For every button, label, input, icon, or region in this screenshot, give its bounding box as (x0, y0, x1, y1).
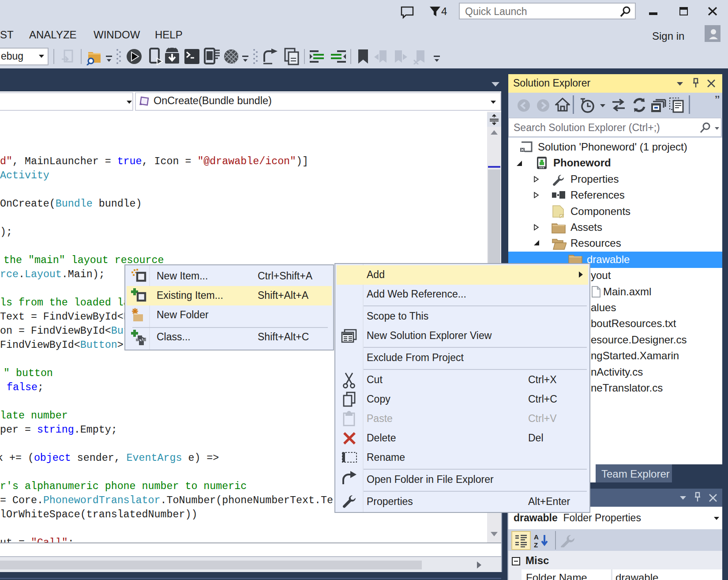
svg-text:A: A (534, 533, 539, 541)
svg-text:Z: Z (534, 541, 538, 548)
